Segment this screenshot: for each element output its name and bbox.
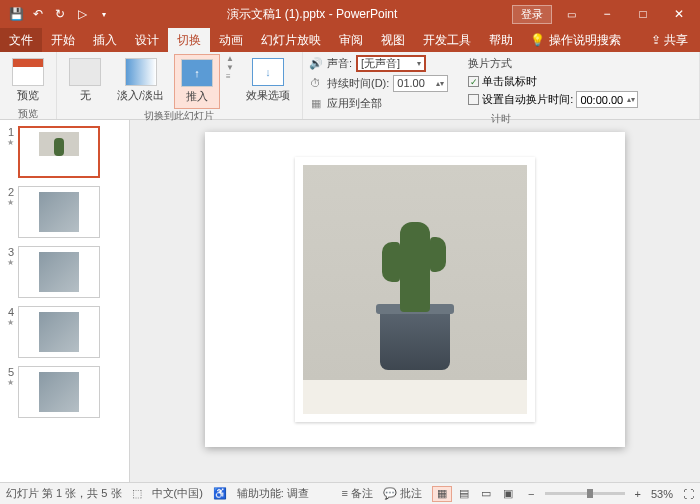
tab-file[interactable]: 文件 <box>0 28 42 52</box>
redo-icon[interactable]: ↻ <box>52 6 68 22</box>
tab-animations[interactable]: 动画 <box>210 28 252 52</box>
title-bar: 💾 ↶ ↻ ▷ ▾ 演示文稿1 (1).pptx - PowerPoint 登录… <box>0 0 700 28</box>
cactus-graphic <box>400 222 430 312</box>
language-indicator[interactable]: 中文(中国) <box>152 486 203 501</box>
thumb-preview[interactable] <box>18 186 100 238</box>
sound-combo[interactable]: [无声音] ▾ <box>356 55 426 72</box>
group-transitions: 无 淡入/淡出 ↑ 推入 ▲▼≡ ↓ 效果选项 切换到此幻灯片 <box>57 52 303 119</box>
fit-to-window-button[interactable]: ⛶ <box>683 488 694 500</box>
animation-star-icon: ★ <box>7 378 14 387</box>
slideshow-view-button[interactable]: ▣ <box>498 486 518 502</box>
zoom-slider[interactable] <box>545 492 625 495</box>
tell-me-label: 操作说明搜索 <box>549 32 621 49</box>
apply-all-icon: ▦ <box>309 96 323 110</box>
maximize-button[interactable]: □ <box>626 3 660 25</box>
slide-thumbnail[interactable]: 3 ★ <box>4 246 125 298</box>
group-timing: 🔊 声音: [无声音] ▾ ⏱ 持续时间(D): 01.00 ▴▾ <box>303 52 700 119</box>
tab-transitions[interactable]: 切换 <box>168 28 210 52</box>
slide-thumbnail[interactable]: 2 ★ <box>4 186 125 238</box>
zoom-out-button[interactable]: − <box>528 488 534 500</box>
close-button[interactable]: ✕ <box>662 3 696 25</box>
thumb-photo <box>39 192 79 232</box>
thumb-preview[interactable] <box>18 126 100 178</box>
none-icon <box>69 58 101 86</box>
advance-slide-label: 换片方式 <box>468 54 638 72</box>
after-time-spinner[interactable]: 00:00.00 ▴▾ <box>576 91 638 108</box>
window-title: 演示文稿1 (1).pptx - PowerPoint <box>112 6 512 23</box>
zoom-in-button[interactable]: + <box>635 488 641 500</box>
gallery-scroll[interactable]: ▲▼≡ <box>224 54 236 81</box>
reading-view-button[interactable]: ▭ <box>476 486 496 502</box>
slide-editor[interactable] <box>130 120 700 482</box>
preview-button[interactable]: 预览 <box>6 54 50 107</box>
tab-slideshow[interactable]: 幻灯片放映 <box>252 28 330 52</box>
effect-options-button[interactable]: ↓ 效果选项 <box>240 54 296 107</box>
thumb-number: 1 <box>4 126 14 138</box>
slide-thumbnail[interactable]: 5 ★ <box>4 366 125 418</box>
view-buttons: ▦ ▤ ▭ ▣ <box>432 486 518 502</box>
lightbulb-icon: 💡 <box>530 33 545 47</box>
minimize-button[interactable]: − <box>590 3 624 25</box>
thumb-preview[interactable] <box>18 246 100 298</box>
slide-thumbnail[interactable]: 1 ★ <box>4 126 125 178</box>
ribbon: 预览 预览 无 淡入/淡出 ↑ 推入 ▲▼≡ ↓ 效果选项 切换到此幻 <box>0 52 700 120</box>
thumb-photo <box>39 312 79 352</box>
accessibility-status[interactable]: 辅助功能: 调查 <box>237 486 309 501</box>
slide-thumbnail-panel[interactable]: 1 ★ 2 ★ 3 ★ 4 ★ 5 ★ <box>0 120 130 482</box>
thumb-preview[interactable] <box>18 366 100 418</box>
preview-icon <box>12 58 44 86</box>
comments-button[interactable]: 💬 批注 <box>383 486 422 501</box>
ribbon-options-icon[interactable]: ▭ <box>554 3 588 25</box>
after-label: 设置自动换片时间: <box>482 92 573 107</box>
tell-me-search[interactable]: 💡 操作说明搜索 <box>522 28 629 52</box>
checkbox-unchecked-icon[interactable] <box>468 94 479 105</box>
slide-image[interactable] <box>295 157 535 422</box>
accessibility-icon: ♿ <box>213 487 227 500</box>
animation-star-icon: ★ <box>7 138 14 147</box>
thumb-photo <box>39 252 79 292</box>
transition-none[interactable]: 无 <box>63 54 107 107</box>
tab-review[interactable]: 审阅 <box>330 28 372 52</box>
thumb-number: 4 <box>4 306 14 318</box>
apply-all-button[interactable]: 应用到全部 <box>327 96 382 111</box>
tab-design[interactable]: 设计 <box>126 28 168 52</box>
zoom-percent[interactable]: 53% <box>651 488 673 500</box>
transition-push[interactable]: ↑ 推入 <box>174 54 220 109</box>
login-button[interactable]: 登录 <box>512 5 552 24</box>
spellcheck-icon[interactable]: ⬚ <box>132 487 142 500</box>
ribbon-tabs: 文件 开始 插入 设计 切换 动画 幻灯片放映 审阅 视图 开发工具 帮助 💡 … <box>0 28 700 52</box>
undo-icon[interactable]: ↶ <box>30 6 46 22</box>
thumb-number: 2 <box>4 186 14 198</box>
push-icon: ↑ <box>181 59 213 87</box>
quick-access-toolbar: 💾 ↶ ↻ ▷ ▾ <box>0 6 112 22</box>
tab-home[interactable]: 开始 <box>42 28 84 52</box>
slide-thumbnail[interactable]: 4 ★ <box>4 306 125 358</box>
tab-developer[interactable]: 开发工具 <box>414 28 480 52</box>
on-mouse-click-checkbox[interactable]: ✓ 单击鼠标时 <box>468 74 638 89</box>
spinner-icon: ▴▾ <box>432 79 444 88</box>
save-icon[interactable]: 💾 <box>8 6 24 22</box>
thumb-preview[interactable] <box>18 306 100 358</box>
start-from-beginning-icon[interactable]: ▷ <box>74 6 90 22</box>
tab-help[interactable]: 帮助 <box>480 28 522 52</box>
notes-button[interactable]: ≡ 备注 <box>342 486 373 501</box>
tab-insert[interactable]: 插入 <box>84 28 126 52</box>
thumb-photo <box>39 372 79 412</box>
qat-dropdown-icon[interactable]: ▾ <box>96 6 112 22</box>
thumb-photo <box>39 132 79 172</box>
current-slide[interactable] <box>205 132 625 447</box>
fade-icon <box>125 58 157 86</box>
animation-star-icon: ★ <box>7 258 14 267</box>
slide-counter[interactable]: 幻灯片 第 1 张，共 5 张 <box>6 486 122 501</box>
duration-spinner[interactable]: 01.00 ▴▾ <box>393 75 448 92</box>
transition-fade[interactable]: 淡入/淡出 <box>111 54 170 107</box>
effect-options-icon: ↓ <box>252 58 284 86</box>
slide-sorter-button[interactable]: ▤ <box>454 486 474 502</box>
tab-view[interactable]: 视图 <box>372 28 414 52</box>
thumb-number: 3 <box>4 246 14 258</box>
normal-view-button[interactable]: ▦ <box>432 486 452 502</box>
animation-star-icon: ★ <box>7 318 14 327</box>
share-button[interactable]: ⇪ 共享 <box>639 28 700 52</box>
workspace: 1 ★ 2 ★ 3 ★ 4 ★ 5 ★ <box>0 120 700 482</box>
sound-icon: 🔊 <box>309 56 323 70</box>
